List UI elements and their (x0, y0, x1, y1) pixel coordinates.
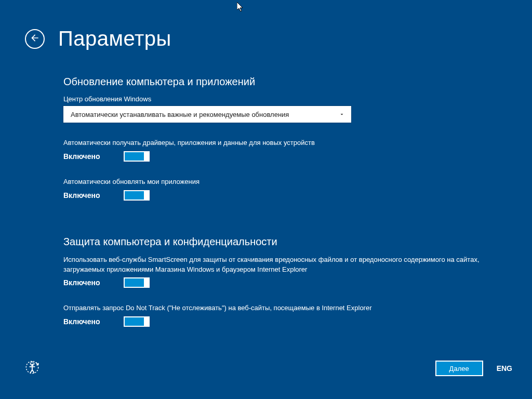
auto-drivers-state: Включено (63, 152, 100, 161)
section-heading-updates: Обновление компьютера и приложений (63, 76, 501, 88)
next-button[interactable]: Далее (435, 361, 483, 376)
ease-of-access-icon (25, 360, 39, 377)
language-indicator[interactable]: ENG (497, 364, 512, 373)
cursor-icon (237, 2, 245, 15)
auto-update-apps-state: Включено (63, 191, 100, 200)
next-button-label: Далее (449, 365, 469, 373)
windows-update-dropdown[interactable]: Автоматически устанавливать важные и рек… (63, 106, 351, 123)
smartscreen-toggle[interactable] (124, 277, 150, 288)
do-not-track-state: Включено (63, 317, 100, 326)
chevron-down-icon (339, 111, 345, 117)
auto-drivers-toggle[interactable] (124, 151, 150, 162)
auto-update-apps-toggle[interactable] (124, 190, 150, 201)
toggle-thumb (144, 191, 149, 200)
section-heading-privacy: Защита компьютера и конфиденциальности (63, 236, 501, 248)
toggle-thumb (144, 317, 149, 326)
auto-update-apps-label: Автоматически обновлять мои приложения (63, 177, 501, 187)
auto-drivers-label: Автоматически получать драйверы, приложе… (63, 138, 501, 148)
dropdown-selected-value: Автоматически устанавливать важные и рек… (71, 111, 289, 118)
toggle-thumb (144, 152, 149, 161)
do-not-track-toggle[interactable] (124, 316, 150, 327)
toggle-thumb (144, 278, 149, 287)
ease-of-access-button[interactable] (25, 361, 39, 376)
page-title: Параметры (58, 27, 171, 50)
smartscreen-label: Использовать веб-службы SmartScreen для … (63, 255, 501, 275)
windows-update-label: Центр обновления Windows (63, 95, 501, 103)
smartscreen-state: Включено (63, 278, 100, 287)
do-not-track-label: Отправлять запрос Do Not Track ("Не отсл… (63, 303, 501, 313)
svg-point-2 (31, 364, 33, 366)
arrow-left-icon (30, 33, 40, 45)
back-button[interactable] (25, 29, 45, 49)
